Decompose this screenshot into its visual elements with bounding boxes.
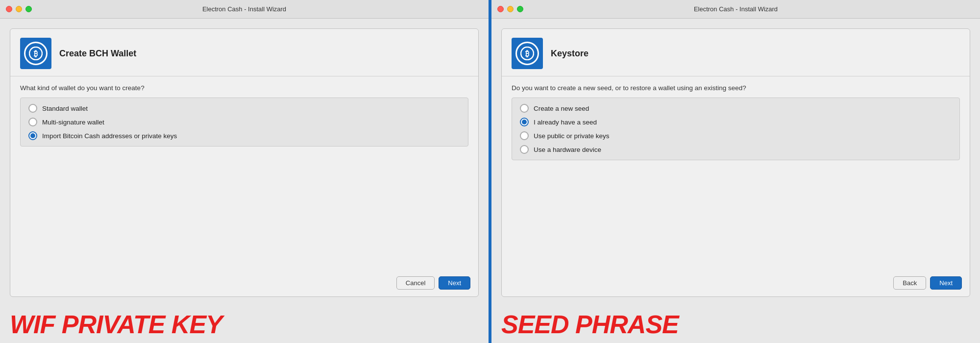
left-bottom-text: WIF PRIVATE KEY <box>10 312 222 337</box>
right-options-box: Create a new seed I already have a seed … <box>512 98 960 160</box>
radio-have-seed-inner <box>522 120 527 124</box>
left-bottom-label-area: WIF PRIVATE KEY <box>0 307 489 343</box>
label-multisig: Multi-signature wallet <box>42 119 104 126</box>
left-option-multisig[interactable]: Multi-signature wallet <box>28 118 460 126</box>
back-button[interactable]: Back <box>893 276 926 290</box>
maximize-button-right[interactable] <box>517 6 523 12</box>
bitcoin-logo-left: ₿ <box>20 38 51 69</box>
radio-import-inner <box>30 133 35 138</box>
left-option-standard[interactable]: Standard wallet <box>28 104 460 113</box>
right-option-have-seed[interactable]: I already have a seed <box>520 118 952 126</box>
right-titlebar-title: Electron Cash - Install Wizard <box>694 5 778 13</box>
bitcoin-logo-right: ₿ <box>512 38 543 69</box>
label-new-seed: Create a new seed <box>534 105 589 112</box>
radio-hardware[interactable] <box>520 145 529 154</box>
left-option-import[interactable]: Import Bitcoin Cash addresses or private… <box>28 131 460 140</box>
right-dialog-body: Do you want to create a new seed, or to … <box>502 76 970 271</box>
svg-text:₿: ₿ <box>34 49 38 58</box>
left-dialog-footer: Cancel Next <box>10 271 478 296</box>
radio-import[interactable] <box>28 131 37 140</box>
maximize-button-left[interactable] <box>25 6 32 12</box>
label-pub-priv: Use public or private keys <box>534 132 610 140</box>
right-bottom-text: SEED PHRASE <box>501 312 679 337</box>
right-option-pub-priv[interactable]: Use public or private keys <box>520 131 952 140</box>
minimize-button-left[interactable] <box>16 6 22 12</box>
svg-text:₿: ₿ <box>525 49 529 58</box>
radio-standard[interactable] <box>28 104 37 113</box>
left-titlebar-title: Electron Cash - Install Wizard <box>202 5 286 13</box>
cancel-button[interactable]: Cancel <box>396 276 435 290</box>
left-panel: Electron Cash - Install Wizard ₿ Create … <box>0 0 489 343</box>
next-button-right[interactable]: Next <box>930 276 962 290</box>
close-button-right[interactable] <box>497 6 504 12</box>
left-titlebar: Electron Cash - Install Wizard <box>0 0 489 19</box>
left-options-box: Standard wallet Multi-signature wallet I… <box>20 98 468 147</box>
left-window-controls <box>6 6 32 12</box>
left-dialog-header: ₿ Create BCH Wallet <box>10 29 478 76</box>
radio-multisig[interactable] <box>28 118 37 126</box>
right-dialog-footer: Back Next <box>502 271 970 296</box>
close-button-left[interactable] <box>6 6 12 12</box>
minimize-button-right[interactable] <box>507 6 514 12</box>
right-titlebar: Electron Cash - Install Wizard <box>491 0 980 19</box>
bitcoin-icon-left: ₿ <box>24 42 48 65</box>
label-standard: Standard wallet <box>42 105 88 112</box>
left-dialog: ₿ Create BCH Wallet What kind of wallet … <box>10 28 479 297</box>
right-bottom-label-area: SEED PHRASE <box>491 307 980 343</box>
radio-pub-priv[interactable] <box>520 131 529 140</box>
label-have-seed: I already have a seed <box>534 119 597 126</box>
right-option-hardware[interactable]: Use a hardware device <box>520 145 952 154</box>
radio-new-seed[interactable] <box>520 104 529 113</box>
right-dialog-title: Keystore <box>551 49 588 59</box>
left-dialog-title: Create BCH Wallet <box>59 49 136 59</box>
label-import: Import Bitcoin Cash addresses or private… <box>42 132 177 140</box>
next-button-left[interactable]: Next <box>439 276 470 290</box>
right-window-controls <box>497 6 523 12</box>
right-panel: Electron Cash - Install Wizard ₿ Keystor… <box>491 0 980 343</box>
right-dialog-header: ₿ Keystore <box>502 29 970 76</box>
radio-have-seed[interactable] <box>520 118 529 126</box>
label-hardware: Use a hardware device <box>534 146 601 153</box>
right-option-new-seed[interactable]: Create a new seed <box>520 104 952 113</box>
left-question: What kind of wallet do you want to creat… <box>20 84 468 92</box>
left-dialog-body: What kind of wallet do you want to creat… <box>10 76 478 271</box>
right-question: Do you want to create a new seed, or to … <box>512 84 960 92</box>
bitcoin-icon-right: ₿ <box>515 42 539 65</box>
right-dialog: ₿ Keystore Do you want to create a new s… <box>501 28 970 297</box>
